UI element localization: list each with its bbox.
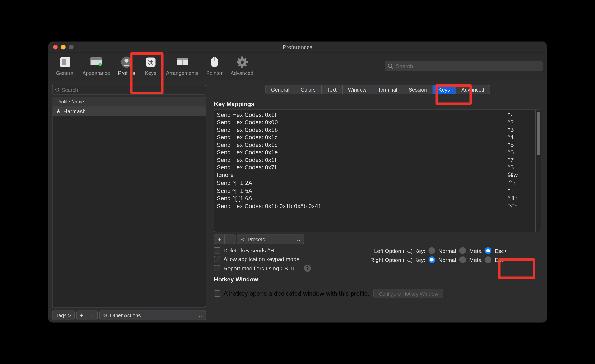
toolbar-keys[interactable]: ⌘Keys (139, 54, 162, 78)
key-mappings-rows[interactable]: Send Hex Codes: 0x1f^-Send Hex Codes: 0x… (214, 110, 535, 232)
other-actions-label: Other Actions... (110, 312, 145, 318)
toolbar-arrangements[interactable]: Arrangements (162, 54, 202, 78)
svg-point-15 (240, 61, 243, 64)
key-mappings-heading: Key Mappings (214, 100, 541, 107)
toolbar-label: Arrangements (166, 70, 198, 76)
subtab-advanced[interactable]: Advanced (456, 85, 490, 94)
subtab-general[interactable]: General (265, 85, 295, 94)
key-mapping-row[interactable]: Send ^[ [1;2A⇧↑ (214, 179, 535, 187)
star-icon: ★ (56, 108, 61, 114)
add-mapping-button[interactable]: ＋ (214, 235, 225, 244)
subtab-keys[interactable]: Keys (433, 85, 456, 94)
remove-profile-button[interactable]: − (87, 311, 97, 320)
toolbar-general[interactable]: General (52, 54, 78, 78)
delete-sends-hex-checkbox[interactable]: Delete key sends ^H (214, 247, 349, 254)
other-actions-dropdown[interactable]: ⚙ Other Actions... ⌄ (99, 311, 206, 320)
mapping-action: Send ^[ [1;6A (217, 195, 508, 202)
svg-rect-3 (91, 58, 102, 60)
right-option-meta[interactable] (459, 256, 466, 263)
toolbar-profiles[interactable]: Profiles (114, 54, 139, 78)
mapping-action: Send Hex Codes: 0x1c (217, 134, 508, 141)
key-mapping-row[interactable]: Send Hex Codes: 0x1c^4 (214, 133, 535, 141)
mapping-shortcut: ⌘w (508, 171, 531, 179)
mapping-action: Send Hex Codes: 0x7f (217, 164, 508, 171)
left-option-normal[interactable] (429, 247, 435, 254)
key-mapping-row[interactable]: Send ^[ [1;6A^⇧↑ (214, 194, 535, 202)
profile-content: GeneralColorsTextWindowTerminalSessionKe… (209, 81, 547, 323)
key-mapping-row[interactable]: Send Hex Codes: 0x1b^3 (214, 126, 535, 133)
profile-search[interactable] (52, 85, 206, 95)
key-mapping-row[interactable]: Send Hex Codes: 0x1d^5 (214, 141, 535, 149)
scrollbar[interactable] (535, 110, 541, 232)
svg-line-23 (238, 65, 239, 66)
key-mapping-row[interactable]: Ignore⌘w (214, 171, 535, 179)
hotkey-checkbox[interactable]: A hotkey opens a dedicated window with t… (214, 290, 370, 297)
mapping-action: Send Hex Codes: 0x1d (217, 141, 508, 148)
remove-mapping-button[interactable]: − (225, 235, 235, 244)
profile-list: Profile Name ★ Harmash (52, 97, 206, 308)
subtab-session[interactable]: Session (403, 85, 433, 94)
left-option-esc[interactable] (485, 247, 492, 254)
toolbar-label: Appearance (82, 70, 110, 76)
left-option-meta[interactable] (459, 247, 466, 254)
mapping-shortcut: ^↑ (508, 187, 531, 194)
mapping-shortcut: ^8 (508, 164, 531, 171)
profile-name: Harmash (63, 108, 86, 114)
mapping-action: Ignore (217, 171, 508, 179)
toolbar-search[interactable] (385, 61, 543, 71)
subtab-colors[interactable]: Colors (295, 85, 322, 94)
search-icon (55, 87, 60, 93)
toolbar: General Appearance Profiles ⌘Keys Arrang… (48, 53, 547, 81)
presets-label: Presets... (248, 236, 269, 242)
presets-dropdown[interactable]: ⚙ Presets... ⌄ (237, 235, 304, 244)
help-icon[interactable]: ? (304, 265, 311, 272)
svg-rect-10 (177, 58, 187, 60)
chevron-down-icon: ⌄ (198, 312, 203, 318)
tags-button[interactable]: Tags > (52, 311, 75, 320)
mapping-shortcut: ^⇧↑ (508, 195, 531, 202)
gear-icon: ⚙ (103, 312, 108, 318)
key-mapping-row[interactable]: Send ^[ [1;5A^↑ (214, 187, 535, 194)
mapping-action: Send Hex Codes: 0x1e (217, 149, 508, 156)
toolbar-appearance[interactable]: Appearance (78, 54, 114, 78)
key-mapping-row[interactable]: Send Hex Codes: 0x1e^6 (214, 149, 535, 156)
svg-text:⌘: ⌘ (147, 59, 154, 66)
hotkey-heading: Hotkey Window (214, 276, 541, 283)
mapping-shortcut: ⌥↑ (508, 203, 531, 210)
right-option-label: Right Option (⌥) Key: (358, 257, 425, 263)
profile-subtabs: GeneralColorsTextWindowTerminalSessionKe… (214, 85, 541, 94)
search-icon (388, 63, 393, 69)
right-option-esc[interactable] (485, 256, 492, 263)
report-csiu-checkbox[interactable]: Report modifiers using CSI u ? (214, 265, 349, 272)
svg-line-20 (238, 58, 239, 60)
mapping-action: Send ^[ [1;5A (217, 187, 508, 194)
key-mapping-row[interactable]: Send Hex Codes: 0x7f^8 (214, 164, 535, 171)
allow-keypad-checkbox[interactable]: Allow application keypad mode (214, 256, 349, 262)
configure-hotkey-button[interactable]: Configure Hotkey Window (373, 289, 443, 298)
window-title: Preferences (48, 44, 547, 50)
mapping-shortcut: ⇧↑ (508, 179, 531, 186)
toolbar-label: Profiles (118, 70, 135, 76)
mapping-shortcut: ^5 (508, 141, 531, 148)
add-profile-button[interactable]: ＋ (77, 311, 87, 320)
subtab-window[interactable]: Window (342, 85, 372, 94)
profile-search-input[interactable] (62, 87, 203, 93)
subtab-text[interactable]: Text (322, 85, 342, 94)
key-mapping-row[interactable]: Send Hex Codes: 0x00^2 (214, 118, 535, 126)
mapping-action: Send Hex Codes: 0x1f (217, 156, 508, 163)
key-mapping-row[interactable]: Send Hex Codes: 0x1b 0x1b 0x5b 0x41⌥↑ (214, 202, 535, 210)
subtab-terminal[interactable]: Terminal (372, 85, 403, 94)
profile-row[interactable]: ★ Harmash (53, 107, 206, 116)
toolbar-advanced[interactable]: Advanced (227, 54, 257, 78)
preferences-window: Preferences General Appearance Profiles … (48, 42, 547, 323)
mapping-shortcut: ^7 (508, 156, 531, 163)
scrollbar-thumb[interactable] (537, 112, 540, 155)
svg-rect-1 (62, 59, 66, 65)
toolbar-search-input[interactable] (396, 63, 540, 69)
toolbar-pointer[interactable]: Pointer (202, 54, 227, 78)
key-mapping-row[interactable]: Send Hex Codes: 0x1f^- (214, 111, 535, 118)
mapping-action: Send Hex Codes: 0x1f (217, 111, 508, 118)
mapping-action: Send Hex Codes: 0x00 (217, 119, 508, 126)
key-mapping-row[interactable]: Send Hex Codes: 0x1f^7 (214, 156, 535, 164)
right-option-normal[interactable] (429, 256, 435, 263)
